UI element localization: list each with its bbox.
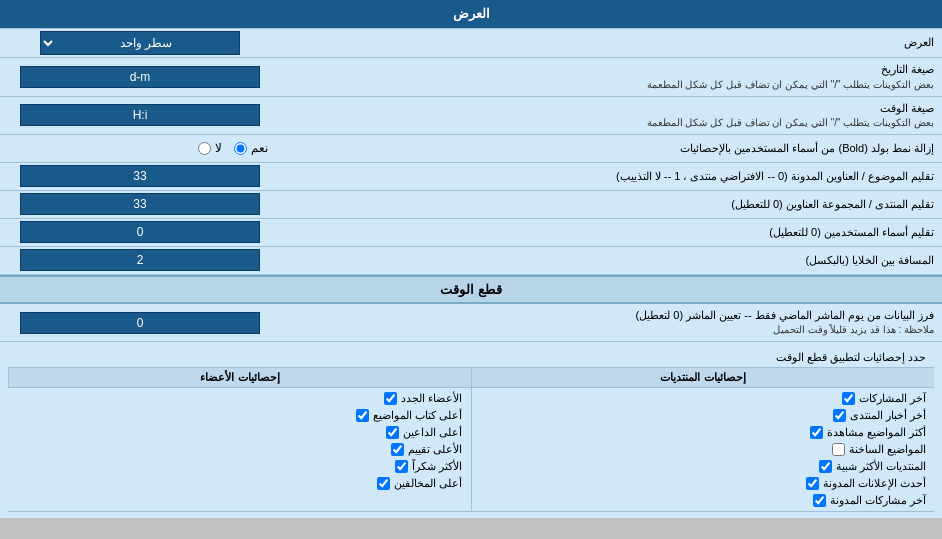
cb-label-top-violators: أعلى المخالفين bbox=[394, 477, 462, 490]
cb-label-top-inviters: أعلى الداعين bbox=[403, 426, 462, 439]
cb-label-blog-posts: آخر مشاركات المدونة bbox=[830, 494, 926, 507]
topic-limit-label: تقليم الموضوع / العناوين المدونة (0 -- ا… bbox=[280, 165, 942, 188]
checkboxes-right-header: إحصائيات المنتديات bbox=[471, 368, 934, 387]
bold-remove-radio-group: نعم لا bbox=[4, 139, 276, 157]
date-format-input[interactable] bbox=[20, 66, 260, 88]
cb-new-members[interactable] bbox=[384, 392, 397, 405]
cb-most-thanks[interactable] bbox=[395, 460, 408, 473]
cb-top-violators[interactable] bbox=[377, 477, 390, 490]
cb-label-most-thanks: الأكثر شكراً bbox=[412, 460, 462, 473]
time-format-input[interactable] bbox=[20, 104, 260, 126]
checkboxes-left-col: الأعضاء الجدد أعلى كتاب المواضيع أعلى ال… bbox=[8, 388, 471, 511]
bold-no-radio[interactable] bbox=[198, 142, 211, 155]
cb-label-top-rated: الأعلى تقييم bbox=[408, 443, 462, 456]
cell-spacing-label: المسافة بين الخلايا (بالبكسل) bbox=[280, 249, 942, 272]
cb-label-new-members: الأعضاء الجدد bbox=[401, 392, 462, 405]
cb-announcements[interactable] bbox=[806, 477, 819, 490]
date-format-label: صيغة التاريخ بعض التكوينات يتطلب "/" الت… bbox=[280, 58, 942, 95]
cb-label-announcements: أحدث الإعلانات المدونة bbox=[823, 477, 926, 490]
cb-forum-news[interactable] bbox=[833, 409, 846, 422]
cb-top-rated[interactable] bbox=[391, 443, 404, 456]
cut-notice-label: حدد إحصائيات لتطبيق قطع الوقت bbox=[8, 348, 934, 368]
forum-limit-label: تقليم المنتدى / المجموعة العناوين (0 للت… bbox=[280, 193, 942, 216]
bold-yes-label: نعم bbox=[251, 141, 268, 155]
section-title: العرض bbox=[0, 0, 942, 28]
cut-value-input[interactable] bbox=[20, 312, 260, 334]
username-limit-label: تقليم أسماء المستخدمين (0 للتعطيل) bbox=[280, 221, 942, 244]
forum-limit-input[interactable] bbox=[20, 193, 260, 215]
cb-label-popular-forums: المنتديات الأكثر شبية bbox=[836, 460, 926, 473]
cb-top-writers[interactable] bbox=[356, 409, 369, 422]
bold-no-label: لا bbox=[215, 141, 222, 155]
cb-label-hot-topics: المواضيع الساخنة bbox=[849, 443, 926, 456]
username-limit-input[interactable] bbox=[20, 221, 260, 243]
cut-row-label: فرز البيانات من يوم الماشر الماضي فقط --… bbox=[280, 304, 942, 341]
cb-blog-posts[interactable] bbox=[813, 494, 826, 507]
cb-popular-forums[interactable] bbox=[819, 460, 832, 473]
cb-label-top-writers: أعلى كتاب المواضيع bbox=[373, 409, 462, 422]
cb-label-shares: آخر المشاركات bbox=[859, 392, 926, 405]
cb-hot-topics[interactable] bbox=[832, 443, 845, 456]
cb-top-inviters[interactable] bbox=[386, 426, 399, 439]
cut-section-header: قطع الوقت bbox=[0, 277, 942, 302]
cb-label-forum-news: أخر أخبار المنتدى bbox=[850, 409, 926, 422]
checkboxes-left-header: إحصائيات الأعضاء bbox=[8, 368, 471, 387]
cb-most-viewed[interactable] bbox=[810, 426, 823, 439]
cell-spacing-input[interactable] bbox=[20, 249, 260, 271]
topic-limit-input[interactable] bbox=[20, 165, 260, 187]
bold-remove-label: إزالة نمط بولد (Bold) من أسماء المستخدمي… bbox=[280, 137, 942, 160]
cb-shares[interactable] bbox=[842, 392, 855, 405]
time-format-label: صيغة الوقت بعض التكوينات يتطلب "/" التي … bbox=[280, 97, 942, 134]
bold-yes-radio[interactable] bbox=[234, 142, 247, 155]
cb-label-most-viewed: أكثر المواضيع مشاهدة bbox=[827, 426, 926, 439]
display-mode-label: العرض bbox=[280, 31, 942, 54]
checkboxes-right-col: آخر المشاركات أخر أخبار المنتدى أكثر الم… bbox=[471, 388, 935, 511]
display-mode-select[interactable]: سطر واحد bbox=[40, 31, 240, 55]
